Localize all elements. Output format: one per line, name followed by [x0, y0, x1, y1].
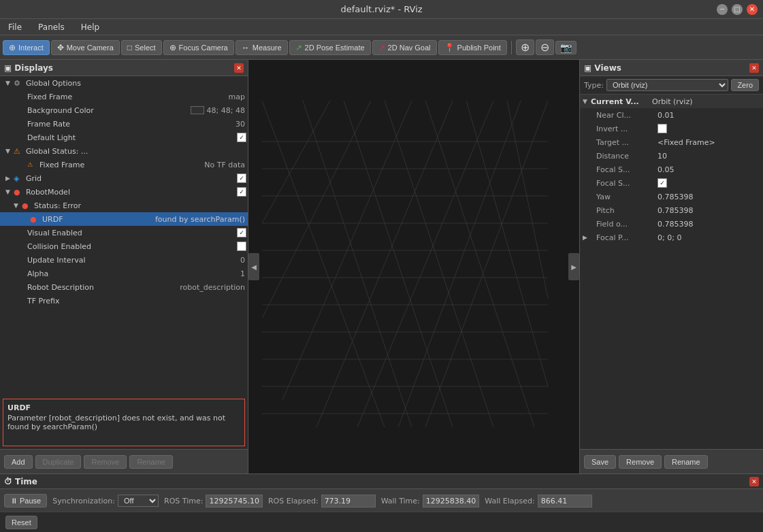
measure-button[interactable]: ↔ Measure [236, 40, 288, 55]
list-item[interactable]: Distance 10 [580, 149, 763, 163]
duplicate-button[interactable]: Duplicate [35, 455, 82, 469]
window-title: default.rviz* - RViz [340, 4, 422, 14]
list-item[interactable]: Visual Enabled [0, 226, 248, 239]
move-camera-icon: ✥ [57, 43, 64, 52]
maximize-button[interactable]: □ [732, 4, 743, 15]
wall-time-field: Wall Time: 12925838.40 [381, 495, 480, 508]
pose-estimate-button[interactable]: ↗ 2D Pose Estimate [289, 40, 371, 55]
nav-goal-icon: ↗ [378, 43, 385, 52]
move-camera-button[interactable]: ✥ Move Camera [51, 40, 120, 55]
list-item[interactable]: Yaw 0.785398 [580, 190, 763, 203]
list-item[interactable]: TF Prefix [0, 294, 248, 307]
time-controls: ⏸ Pause Synchronization: Off Synced ROS … [0, 489, 763, 512]
list-item[interactable]: Near Cl... 0.01 [580, 108, 763, 122]
wall-elapsed-field: Wall Elapsed: 866.41 [485, 495, 591, 508]
add-button[interactable]: Add [4, 455, 33, 469]
remove-button[interactable]: Remove [84, 455, 127, 469]
reset-button[interactable]: Reset [5, 516, 37, 529]
displays-buttons: Add Duplicate Remove Rename [0, 449, 248, 473]
wall-elapsed-value: 866.41 [538, 495, 592, 508]
zero-button[interactable]: Zero [731, 79, 759, 91]
gear-icon: ⚙ [14, 79, 25, 88]
interact-icon: ⊕ [9, 43, 16, 52]
views-remove-button[interactable]: Remove [619, 455, 662, 469]
robot-model-checkbox[interactable] [237, 187, 246, 197]
warning-icon: ⚠ [27, 161, 38, 168]
time-panel-icon: ⏱ [4, 477, 12, 486]
interact-button[interactable]: ⊕ Interact [3, 40, 50, 55]
select-button[interactable]: □ Select [121, 40, 162, 55]
measure-icon: ↔ [242, 43, 250, 52]
list-item[interactable]: Background Color 48; 48; 48 [0, 103, 248, 117]
list-item[interactable]: Robot Description robot_description [0, 280, 248, 294]
views-close-button[interactable]: ✕ [749, 63, 759, 73]
list-item[interactable]: ▶ ◈ Grid [0, 171, 248, 185]
list-item[interactable]: Target ... <Fixed Frame> [580, 135, 763, 149]
visual-enabled-checkbox[interactable] [237, 228, 246, 237]
list-item[interactable]: ▼ ● Status: Error [0, 199, 248, 212]
right-expand-arrow[interactable]: ▶ [568, 253, 579, 280]
list-item[interactable]: Alpha 1 [0, 267, 248, 280]
list-item[interactable]: ▼ Current V... Orbit (rviz) [580, 95, 763, 108]
invert-checkbox[interactable] [658, 124, 667, 133]
expand-arrow[interactable]: ▼ [14, 202, 22, 209]
displays-close-button[interactable]: ✕ [234, 63, 244, 73]
left-expand-arrow[interactable]: ◀ [248, 253, 259, 280]
rename-button[interactable]: Rename [129, 455, 173, 469]
list-item[interactable]: Field o... 0.785398 [580, 217, 763, 231]
3d-viewport[interactable]: ◀ ▶ [248, 60, 579, 473]
ros-time-value: 12925745.10 [206, 495, 262, 508]
list-item[interactable]: Update Interval 0 [0, 253, 248, 267]
expand-arrow[interactable]: ▼ [583, 98, 591, 105]
error-message: Parameter [robot_description] does not e… [7, 414, 240, 431]
minimize-button[interactable]: ─ [717, 4, 728, 15]
camera-button[interactable]: 📷 [555, 41, 577, 54]
views-save-button[interactable]: Save [584, 455, 616, 469]
menu-panels[interactable]: Panels [33, 21, 70, 33]
expand-arrow[interactable]: ▶ [5, 175, 14, 182]
publish-point-button[interactable]: 📍 Publish Point [438, 40, 507, 55]
menu-file[interactable]: File [3, 21, 27, 33]
views-buttons: Save Remove Rename [580, 449, 763, 473]
list-item[interactable]: ▼ ● RobotModel [0, 185, 248, 199]
expand-arrow[interactable]: ▼ [5, 80, 14, 86]
views-rename-button[interactable]: Rename [664, 455, 708, 469]
time-close-button[interactable]: ✕ [749, 477, 759, 486]
list-item[interactable]: ▶ Focal P... 0; 0; 0 [580, 231, 763, 244]
list-item[interactable]: Collision Enabled [0, 239, 248, 253]
displays-panel-icon: ▣ [4, 63, 12, 73]
views-type-select[interactable]: Orbit (rviz) [606, 79, 728, 91]
pause-button[interactable]: ⏸ Pause [4, 494, 47, 508]
expand-arrow[interactable]: ▶ [583, 234, 591, 241]
list-item[interactable]: ▼ ⚙ Global Options [0, 76, 248, 90]
main-layout: ▣ Displays ✕ ▼ ⚙ Global Options Fixed Fr… [0, 60, 763, 473]
list-item[interactable]: ● URDF found by searchParam() [0, 212, 248, 226]
grid-checkbox[interactable] [237, 173, 246, 183]
list-item[interactable]: Default Light [0, 131, 248, 144]
default-light-checkbox[interactable] [237, 133, 246, 142]
focal-s-checkbox[interactable]: ✓ [658, 178, 667, 188]
nav-goal-button[interactable]: ↗ 2D Nav Goal [372, 40, 437, 55]
remove-display-button[interactable]: ⊖ [536, 39, 554, 55]
list-item[interactable]: Frame Rate 30 [0, 117, 248, 131]
list-item[interactable]: ▼ ⚠ Global Status: ... [0, 144, 248, 158]
expand-arrow[interactable]: ▼ [5, 188, 14, 195]
list-item[interactable]: Fixed Frame map [0, 90, 248, 103]
add-display-button[interactable]: ⊕ [516, 39, 534, 55]
views-title: ▣ Views [584, 63, 621, 73]
collision-enabled-checkbox[interactable] [237, 242, 246, 251]
focus-camera-button[interactable]: ⊕ Focus Camera [163, 40, 234, 55]
list-item[interactable]: Pitch 0.785398 [580, 203, 763, 217]
list-item[interactable]: ⚠ Fixed Frame No TF data [0, 158, 248, 171]
list-item[interactable]: Focal S... 0.05 [580, 163, 763, 176]
menu-help[interactable]: Help [76, 21, 105, 33]
pause-icon: ⏸ [10, 497, 18, 505]
sync-select[interactable]: Off Synced [118, 495, 159, 507]
list-item[interactable]: Invert ... [580, 122, 763, 135]
color-swatch[interactable] [191, 106, 204, 114]
expand-arrow[interactable]: ▼ [5, 148, 14, 154]
sync-field: Synchronization: Off Synced [52, 495, 159, 507]
svg-rect-0 [248, 60, 579, 473]
list-item[interactable]: Focal S... ✓ [580, 176, 763, 190]
close-button[interactable]: ✕ [747, 4, 758, 15]
